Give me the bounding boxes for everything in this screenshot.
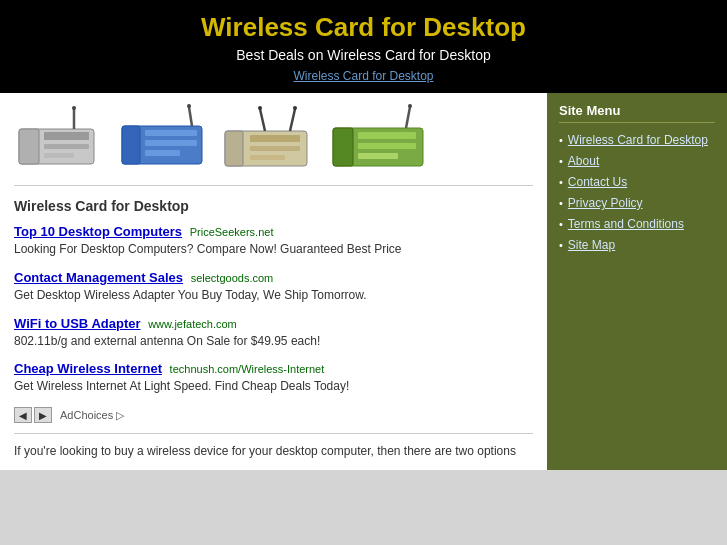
product-image-2 [117, 104, 212, 174]
ad-title-1[interactable]: Contact Management Sales [14, 270, 183, 285]
svg-rect-26 [358, 143, 416, 149]
product-image-3 [220, 103, 320, 175]
svg-rect-1 [19, 129, 39, 164]
breadcrumb-link[interactable]: Wireless Card for Desktop [293, 69, 433, 83]
sidebar-link-0[interactable]: Wireless Card for Desktop [568, 133, 708, 147]
svg-rect-11 [145, 150, 180, 156]
ad-desc-3: Get Wireless Internet At Light Speed. Fi… [14, 378, 533, 395]
page-body-text: If you're looking to buy a wireless devi… [14, 433, 533, 460]
ad-title-2[interactable]: WiFi to USB Adapter [14, 316, 141, 331]
svg-rect-18 [250, 155, 285, 160]
svg-rect-15 [225, 131, 243, 166]
svg-rect-2 [44, 132, 89, 140]
svg-rect-24 [333, 128, 353, 166]
sidebar-bullet-4: • [559, 218, 563, 230]
sidebar-bullet-0: • [559, 134, 563, 146]
svg-point-6 [72, 106, 76, 110]
svg-rect-17 [250, 146, 300, 151]
sidebar-bullet-3: • [559, 197, 563, 209]
sidebar-link-5[interactable]: Site Map [568, 238, 615, 252]
svg-point-22 [293, 106, 297, 110]
ad-desc-2: 802.11b/g and external antenna On Sale f… [14, 333, 533, 350]
svg-line-12 [189, 107, 192, 126]
ads-container: Top 10 Desktop Computers PriceSeekers.ne… [14, 224, 533, 395]
ad-item-2: WiFi to USB Adapter www.jefatech.com 802… [14, 316, 533, 350]
sidebar-bullet-1: • [559, 155, 563, 167]
svg-line-21 [290, 109, 295, 131]
product-image-1 [14, 104, 109, 174]
sidebar-link-3[interactable]: Privacy Policy [568, 196, 643, 210]
svg-point-13 [187, 104, 191, 108]
ad-source-3: technush.com/Wireless-Internet [170, 363, 325, 375]
svg-rect-25 [358, 132, 416, 139]
header: Wireless Card for Desktop Best Deals on … [0, 0, 727, 93]
svg-rect-9 [145, 130, 197, 136]
sidebar: Site Menu • Wireless Card for Desktop • … [547, 93, 727, 470]
ad-source-0: PriceSeekers.net [190, 226, 274, 238]
svg-rect-3 [44, 144, 89, 149]
sidebar-link-4[interactable]: Terms and Conditions [568, 217, 684, 231]
header-subtitle: Best Deals on Wireless Card for Desktop [10, 47, 717, 63]
ad-desc-1: Get Desktop Wireless Adapter You Buy Tod… [14, 287, 533, 304]
page-title: Wireless Card for Desktop [10, 12, 717, 43]
ad-source-1: selectgoods.com [191, 272, 274, 284]
ad-desc-0: Looking For Desktop Computers? Compare N… [14, 241, 533, 258]
product-images [14, 103, 533, 186]
svg-line-28 [406, 107, 410, 128]
svg-rect-8 [122, 126, 140, 164]
ad-source-2: www.jefatech.com [148, 318, 237, 330]
svg-rect-16 [250, 135, 300, 142]
page-wrapper: Wireless Card for Desktop Top 10 Desktop… [0, 93, 727, 470]
sidebar-item-5[interactable]: • Site Map [559, 238, 715, 252]
sidebar-bullet-2: • [559, 176, 563, 188]
svg-point-29 [408, 104, 412, 108]
sidebar-item-2[interactable]: • Contact Us [559, 175, 715, 189]
sidebar-item-1[interactable]: • About [559, 154, 715, 168]
sidebar-item-4[interactable]: • Terms and Conditions [559, 217, 715, 231]
sidebar-title: Site Menu [559, 103, 715, 123]
svg-rect-4 [44, 153, 74, 158]
adchoices-label: AdChoices ▷ [60, 409, 124, 422]
svg-rect-10 [145, 140, 197, 146]
ad-title-0[interactable]: Top 10 Desktop Computers [14, 224, 182, 239]
main-content: Wireless Card for Desktop Top 10 Desktop… [0, 93, 547, 470]
ad-title-3[interactable]: Cheap Wireless Internet [14, 361, 162, 376]
section-title: Wireless Card for Desktop [14, 198, 533, 214]
sidebar-bullet-5: • [559, 239, 563, 251]
sidebar-item-3[interactable]: • Privacy Policy [559, 196, 715, 210]
ad-item-1: Contact Management Sales selectgoods.com… [14, 270, 533, 304]
sidebar-item-0[interactable]: • Wireless Card for Desktop [559, 133, 715, 147]
product-image-4 [328, 103, 433, 175]
ad-item-3: Cheap Wireless Internet technush.com/Wir… [14, 361, 533, 395]
ad-nav-prev[interactable]: ◀ [14, 407, 32, 423]
svg-line-19 [260, 109, 265, 131]
sidebar-link-1[interactable]: About [568, 154, 599, 168]
ad-footer: ◀ ▶ AdChoices ▷ [14, 407, 533, 423]
svg-rect-27 [358, 153, 398, 159]
svg-point-20 [258, 106, 262, 110]
ad-item-0: Top 10 Desktop Computers PriceSeekers.ne… [14, 224, 533, 258]
sidebar-nav: • Wireless Card for Desktop • About • Co… [559, 133, 715, 252]
sidebar-link-2[interactable]: Contact Us [568, 175, 627, 189]
ad-nav: ◀ ▶ [14, 407, 52, 423]
ad-nav-next[interactable]: ▶ [34, 407, 52, 423]
